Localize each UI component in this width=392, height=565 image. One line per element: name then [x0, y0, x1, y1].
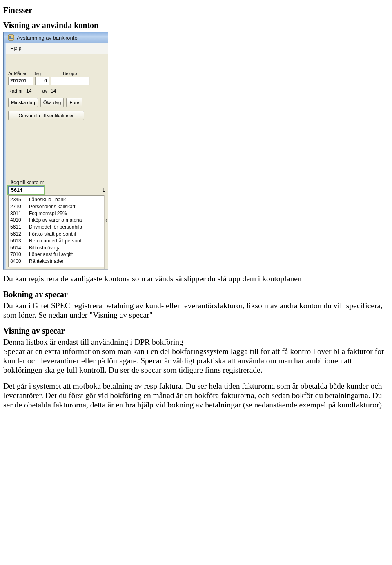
oka-dag-button[interactable]: Öka dag: [40, 98, 64, 107]
doc-p-listbox-dpr: Denna listbox är endast till användning …: [3, 337, 389, 347]
account-row[interactable]: 5614Bilkostn övriga: [10, 245, 106, 251]
cropped-char-k: k: [105, 217, 107, 223]
account-row[interactable]: 5613Rep.o underhåll personb: [10, 238, 106, 245]
app-window-cropped: Avstämning av bankkonto Hjälp År Månad D…: [3, 32, 108, 270]
svg-rect-2: [9, 38, 13, 39]
doc-subheading-visning-konton: Visning av använda konton: [3, 21, 389, 30]
account-name: Räntekostnader: [29, 258, 64, 265]
account-row[interactable]: 2345Låneskuld i bank: [10, 196, 106, 203]
omvandla-button[interactable]: Omvandla till verifikationer: [8, 111, 84, 120]
svg-rect-0: [8, 35, 14, 40]
account-row[interactable]: 2710Personalens källskatt: [10, 203, 106, 210]
account-name: Låneskuld i bank: [29, 196, 66, 203]
doc-p-register-accounts: Du kan registrera de vanligaste kontona …: [3, 274, 389, 283]
menubar: Hjälp: [4, 43, 108, 54]
menu-hjalp-rest: jälp: [14, 46, 22, 51]
account-code: 4010: [10, 217, 27, 224]
rownr-total: 14: [51, 88, 56, 94]
rownr-mid: av: [42, 88, 47, 94]
account-row[interactable]: 4010Inköp av varor o materia: [10, 217, 106, 224]
titlebar: Avstämning av bankkonto: [4, 32, 108, 43]
account-name: Inköp av varor o materia: [29, 217, 82, 224]
doc-subheading-visning-specar: Visning av specar: [3, 326, 389, 336]
label-belopp: Belopp: [48, 71, 96, 76]
account-code: 5611: [10, 224, 27, 231]
doc-subheading-bokning: Bokning av specar: [3, 290, 389, 299]
account-row[interactable]: 8400Räntekostnader: [10, 258, 106, 265]
label-ar-manad: År Månad: [8, 71, 31, 76]
accounts-listbox[interactable]: 2345Låneskuld i bank2710Personalens käll…: [8, 195, 106, 267]
doc-p-specar-long: Specar är en extra information som man k…: [3, 347, 389, 375]
account-name: Bilkostn övriga: [29, 245, 61, 251]
account-code: 2345: [10, 196, 27, 203]
account-name: Drivmedel för personbila: [29, 224, 82, 231]
account-name: Löner anst full avgift: [29, 251, 73, 258]
account-row[interactable]: 3011Fsg momspl 25%: [10, 210, 106, 217]
account-row[interactable]: 5612Förs.o skatt personbil: [10, 231, 106, 238]
account-name: Personalens källskatt: [29, 203, 75, 210]
account-code: 5614: [10, 245, 27, 251]
doc-p-bokning: Du kan i fältet SPEC registrera betalnin…: [3, 301, 389, 320]
field-inputs-row: 201201 0: [8, 77, 106, 85]
cropped-char-l: L: [102, 187, 105, 193]
window-title: Avstämning av bankkonto: [17, 35, 78, 41]
account-code: 3011: [10, 210, 27, 217]
doc-p-motboka: Det går i systemet att motboka betalning…: [3, 381, 389, 409]
fore-button[interactable]: Före: [66, 98, 82, 107]
account-code: 8400: [10, 258, 27, 265]
account-name: Rep.o underhåll personb: [29, 238, 82, 245]
input-ar-manad[interactable]: 201201: [8, 77, 33, 85]
account-name: Förs.o skatt personbil: [29, 231, 76, 238]
svg-point-1: [9, 36, 11, 38]
doc-heading-finesser: Finesser: [3, 6, 389, 15]
account-code: 5612: [10, 231, 27, 238]
fore-rest: öre: [73, 100, 80, 105]
fore-underline: F: [69, 100, 72, 105]
input-belopp[interactable]: [51, 77, 90, 85]
listbox-right-edge: [104, 195, 108, 269]
label-dag: Dag: [33, 71, 47, 76]
account-code: 2710: [10, 203, 27, 210]
field-labels-row: År Månad Dag Belopp: [8, 71, 106, 76]
account-row[interactable]: 7010Löner anst full avgift: [10, 251, 106, 258]
menu-hjalp[interactable]: Hjälp: [8, 45, 24, 52]
input-dag[interactable]: 0: [35, 77, 49, 85]
account-row[interactable]: 5611Drivmedel för personbila: [10, 224, 106, 231]
account-code: 5613: [10, 238, 27, 245]
account-name: Fsg momspl 25%: [29, 210, 67, 217]
rownr-pre: Rad nr: [8, 88, 23, 94]
label-lagg-till-konto: Lägg till konto nr: [6, 180, 108, 186]
menu-hjalp-underline: H: [10, 46, 14, 51]
minska-dag-button[interactable]: Minska dag: [8, 98, 38, 107]
rownr-n: 14: [26, 88, 31, 94]
input-lagg-till-konto[interactable]: [8, 186, 44, 194]
row-number-status: Rad nr 14 av 14: [8, 88, 106, 94]
account-code: 7010: [10, 251, 27, 258]
app-icon: [8, 34, 14, 41]
